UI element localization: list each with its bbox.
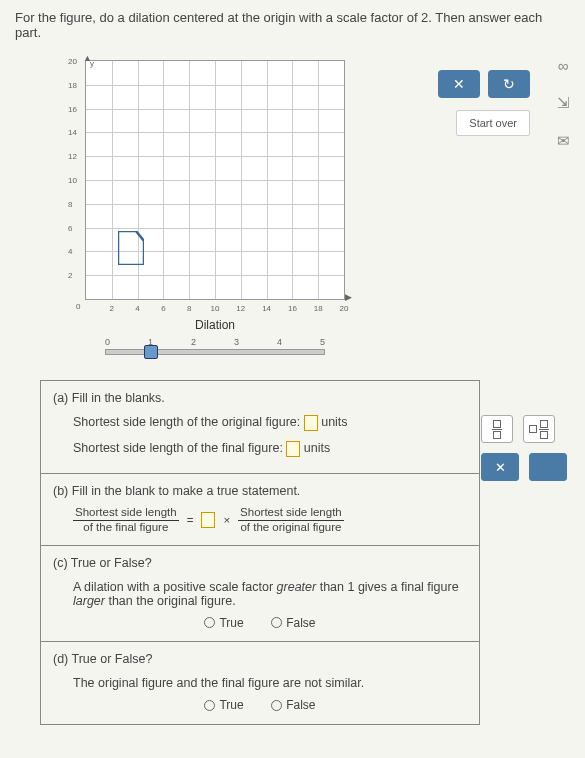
q-a-line1-post: units (318, 415, 348, 429)
x-tick: 4 (135, 304, 139, 313)
x-tick: 18 (314, 304, 323, 313)
x-tick: 12 (236, 304, 245, 313)
slider-tick: 5 (320, 337, 325, 347)
y-tick: 16 (68, 104, 77, 113)
radio-c-false-label: False (286, 616, 315, 630)
radio-d-false[interactable]: False (271, 698, 315, 712)
y-tick: 6 (68, 223, 72, 232)
slider-tick: 4 (277, 337, 282, 347)
c-text-2: than 1 gives a final figure (316, 580, 458, 594)
question-a-label: (a) Fill in the blanks. (53, 391, 467, 405)
question-b-label: (b) Fill in the blank to make a true sta… (53, 484, 467, 498)
radio-icon (271, 700, 282, 711)
answer-tools: ✕ (481, 415, 567, 481)
y-axis-label: y (90, 59, 94, 68)
x-tick: 8 (187, 304, 191, 313)
origin-label: 0 (76, 302, 80, 311)
export-icon[interactable]: ⇲ (553, 93, 573, 113)
graph-area: ▲ ▶ y 0 20 18 16 14 12 10 8 6 4 2 2 4 6 … (85, 60, 570, 355)
y-tick: 20 (68, 57, 77, 66)
y-tick: 14 (68, 128, 77, 137)
x-axis-arrow: ▶ (345, 292, 352, 302)
instruction-text: For the figure, do a dilation centered a… (15, 10, 570, 40)
x-tick: 2 (110, 304, 114, 313)
dilation-label: Dilation (85, 318, 345, 332)
b-right-top: Shortest side length (238, 506, 344, 521)
radio-d-true[interactable]: True (204, 698, 243, 712)
blank-input-a2[interactable] (286, 441, 300, 457)
radio-icon (204, 700, 215, 711)
svg-marker-0 (118, 231, 144, 265)
c-text-1: A dilation with a positive scale factor (73, 580, 277, 594)
slider-tick: 3 (234, 337, 239, 347)
q-a-line1-pre: Shortest side length of the original fig… (73, 415, 304, 429)
question-c: (c) True or False? A dilation with a pos… (41, 546, 479, 643)
radio-icon (271, 617, 282, 628)
radio-c-false[interactable]: False (271, 616, 315, 630)
slider-tick: 2 (191, 337, 196, 347)
y-tick: 4 (68, 247, 72, 256)
mail-icon[interactable]: ✉ (553, 131, 573, 151)
y-tick: 2 (68, 271, 72, 280)
blank-input-b[interactable] (201, 512, 215, 528)
mixed-fraction-tool[interactable] (523, 415, 555, 443)
radio-d-false-label: False (286, 698, 315, 712)
infinity-icon[interactable]: ∞ (553, 55, 573, 75)
q-a-line2-post: units (300, 441, 330, 455)
question-d: (d) True or False? The original figure a… (41, 642, 479, 724)
c-em-2: larger (73, 594, 105, 608)
b-right-bot: of the original figure (238, 521, 344, 535)
radio-c-true[interactable]: True (204, 616, 243, 630)
question-a: (a) Fill in the blanks. Shortest side le… (41, 381, 479, 474)
times-sign: × (223, 514, 230, 526)
radio-c-true-label: True (219, 616, 243, 630)
blank-input-a1[interactable] (304, 415, 318, 431)
y-tick: 12 (68, 152, 77, 161)
close-button[interactable]: ✕ (438, 70, 480, 98)
c-text-3: than the original figure. (105, 594, 236, 608)
fraction-tool[interactable] (481, 415, 513, 443)
undo-button[interactable]: ↻ (488, 70, 530, 98)
question-c-label: (c) True or False? (53, 556, 467, 570)
c-em-1: greater (277, 580, 317, 594)
x-tick: 14 (262, 304, 271, 313)
y-tick: 8 (68, 199, 72, 208)
radio-icon (204, 617, 215, 628)
equals-sign: = (187, 514, 194, 526)
b-left-top: Shortest side length (73, 506, 179, 521)
radio-d-true-label: True (219, 698, 243, 712)
b-left-bot: of the final figure (73, 521, 179, 535)
dilation-slider[interactable]: 0 1 2 3 4 5 (105, 337, 325, 355)
start-over-button[interactable]: Start over (456, 110, 530, 136)
original-figure[interactable] (118, 231, 144, 265)
slider-tick: 0 (105, 337, 110, 347)
q-a-line2-pre: Shortest side length of the final figure… (73, 441, 286, 455)
clear-tool[interactable]: ✕ (481, 453, 519, 481)
questions-panel: (a) Fill in the blanks. Shortest side le… (40, 380, 480, 725)
x-tick: 6 (161, 304, 165, 313)
d-text: The original figure and the final figure… (73, 676, 467, 690)
coordinate-grid[interactable]: ▲ ▶ y 0 20 18 16 14 12 10 8 6 4 2 2 4 6 … (85, 60, 345, 300)
x-tick: 16 (288, 304, 297, 313)
question-b: (b) Fill in the blank to make a true sta… (41, 474, 479, 546)
x-tick: 10 (211, 304, 220, 313)
slider-thumb[interactable] (144, 345, 158, 359)
question-d-label: (d) True or False? (53, 652, 467, 666)
x-tick: 20 (340, 304, 349, 313)
next-tool[interactable] (529, 453, 567, 481)
y-tick: 18 (68, 80, 77, 89)
y-tick: 10 (68, 176, 77, 185)
